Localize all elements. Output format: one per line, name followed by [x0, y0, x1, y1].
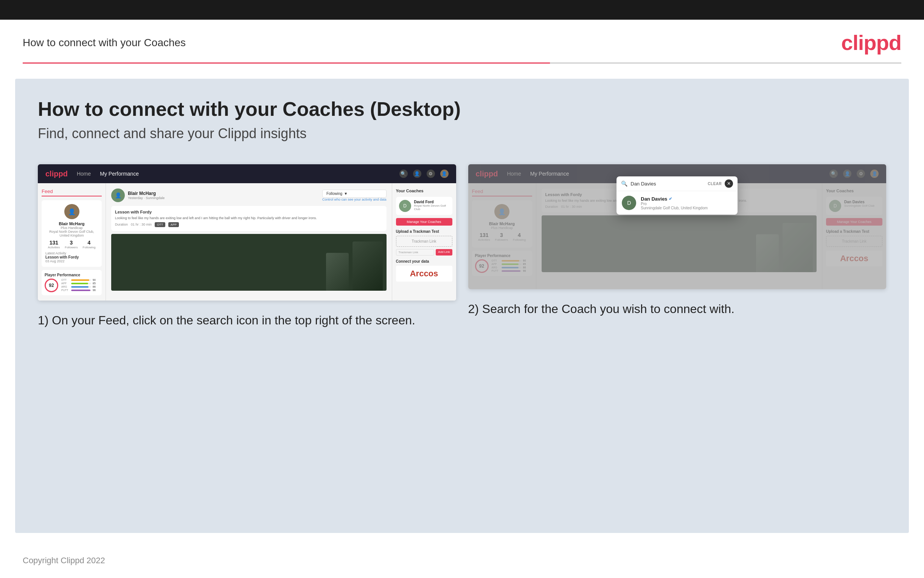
section-subtitle: Find, connect and share your Clippd insi…: [38, 126, 886, 141]
stat-followers: 3 Followers: [65, 240, 78, 249]
bar-ott: OTT 90: [61, 279, 99, 281]
dan-davies-info: Dan Davies ✔ Pro Sunningdale Golf Club, …: [641, 196, 732, 210]
caption-2-text: Search for the Coach you wish to connect…: [482, 302, 735, 316]
clear-button[interactable]: CLEAR: [708, 182, 722, 186]
performance-card-1: Player Performance 92 OTT 90: [42, 270, 102, 295]
caption-1-num: 1): [38, 313, 49, 327]
app-right-1: Your Coaches D David Ford Royal North De…: [392, 183, 456, 300]
screenshots-row: clippd Home My Performance 🔍 👤 ⚙ 👤 Feed: [38, 164, 886, 329]
video-silhouette-left: [326, 253, 349, 291]
bar-putt: PUTT 96: [61, 289, 99, 291]
coach-name-center-1: Blair McHarg: [128, 191, 165, 196]
screenshot-1: clippd Home My Performance 🔍 👤 ⚙ 👤 Feed: [38, 164, 456, 300]
close-search-button[interactable]: ✕: [725, 179, 733, 188]
panel-2: clippd Home My Performance 🔍 👤 ⚙ 👤 Feed: [468, 164, 887, 329]
quality-bars-1: OTT 90 APP 85: [61, 279, 99, 292]
panel-1: clippd Home My Performance 🔍 👤 ⚙ 👤 Feed: [38, 164, 456, 329]
top-bar: [0, 0, 924, 19]
screenshot-2: clippd Home My Performance 🔍 👤 ⚙ 👤 Feed: [468, 164, 887, 289]
dan-davies-club: Sunningdale Golf Club, United Kingdom: [641, 206, 732, 210]
nav-home-1: Home: [77, 171, 91, 177]
control-link-1[interactable]: Control who can see your activity and da…: [322, 198, 387, 201]
profile-club-1: Royal North Devon Golf Club, United King…: [45, 230, 98, 237]
trackman-input[interactable]: Trackman Link: [396, 249, 435, 255]
upload-title-1: Upload a Trackman Test: [396, 229, 452, 234]
lesson-card-1: Lesson with Fordy Looking to feel like m…: [111, 206, 387, 231]
main-content: How to connect with your Coaches (Deskto…: [15, 79, 909, 533]
header-divider: [23, 62, 901, 63]
perf-title-1: Player Performance: [45, 273, 99, 277]
bar-app: APP 85: [61, 282, 99, 285]
search-input-value[interactable]: Dan Davies: [631, 181, 705, 187]
coaches-title-1: Your Coaches: [396, 188, 452, 193]
center-right-controls: Following ▼ Control who can see your act…: [322, 190, 387, 201]
manage-coaches-btn[interactable]: Manage Your Coaches: [396, 218, 452, 226]
coach-avatar-1: 👤: [111, 188, 125, 202]
activity-date-1: 03 Aug 2022: [45, 259, 98, 263]
page-title: How to connect with your Coaches: [23, 37, 186, 49]
caption-2: 2) Search for the Coach you wish to conn…: [468, 300, 887, 318]
feed-label-1: Feed: [42, 188, 102, 196]
footer: Copyright Clippd 2022: [0, 548, 924, 573]
coach-card-david: D David Ford Royal North Devon Golf Club: [396, 197, 452, 215]
stats-row-1: 131 Activities 3 Followers 4 Following: [45, 240, 98, 249]
lesson-text-1: Looking to feel like my hands are exitin…: [115, 216, 383, 221]
search-icon[interactable]: 🔍: [400, 170, 408, 178]
profile-badge-1: Plus Handicap: [45, 226, 98, 230]
app-left-1: Feed 👤 Blair McHarg Plus Handicap Royal …: [38, 183, 106, 300]
profile-avatar-1: 👤: [64, 204, 79, 219]
lesson-title-1: Lesson with Fordy: [115, 210, 383, 214]
add-link-btn[interactable]: Add Link: [436, 249, 452, 255]
nav-performance-1: My Performance: [100, 171, 139, 177]
david-avatar: D: [399, 200, 411, 212]
coach-sub-1: Yesterday · Sunningdale: [128, 196, 165, 200]
david-club: Royal North Devon Golf Club: [414, 204, 449, 211]
trackman-input-row: Trackman Link Add Link: [396, 249, 452, 255]
stat-activities: 131 Activities: [48, 240, 60, 249]
video-silhouette-right: [353, 242, 383, 291]
quality-value-1: 92: [45, 279, 58, 292]
trackman-link-btn[interactable]: Trackman Link: [396, 236, 452, 247]
settings-icon[interactable]: ⚙: [427, 170, 435, 178]
arccos-logo-1: Arccos: [396, 266, 452, 282]
dan-davies-type: Pro: [641, 202, 732, 206]
caption-2-num: 2): [468, 302, 479, 316]
quality-row-1: 92 OTT 90 APP: [45, 279, 99, 292]
caption-1: 1) On your Feed, click on the search ico…: [38, 312, 456, 329]
tag-app: APP: [168, 222, 179, 227]
search-bar: 🔍 Dan Davies CLEAR ✕: [617, 176, 738, 191]
app-center-1: 👤 Blair McHarg Yesterday · Sunningdale F…: [106, 183, 392, 300]
upload-section-1: Upload a Trackman Test Trackman Link Tra…: [396, 229, 452, 255]
david-info: David Ford Royal North Devon Golf Club: [414, 200, 449, 211]
dan-davies-avatar: D: [622, 196, 636, 210]
profile-icon[interactable]: 👤: [413, 170, 421, 178]
dan-davies-name: Dan Davies ✔: [641, 196, 732, 202]
header: How to connect with your Coaches clippd: [0, 19, 924, 62]
video-placeholder-1: [111, 234, 387, 291]
caption-1-text: On your Feed, click on the search icon i…: [52, 313, 415, 327]
lesson-duration-1: Duration 01 hr : 30 min OTT APP: [115, 222, 383, 227]
stat-following: 4 Following: [83, 240, 96, 249]
connect-section-1: Connect your data Arccos: [396, 259, 452, 282]
clippd-logo: clippd: [841, 30, 901, 55]
center-top-1: 👤 Blair McHarg Yesterday · Sunningdale F…: [111, 188, 387, 202]
copyright: Copyright Clippd 2022: [23, 556, 105, 565]
connect-title-1: Connect your data: [396, 259, 452, 263]
user-avatar-icon[interactable]: 👤: [440, 170, 448, 178]
activity-title-1: Lesson with Fordy: [45, 255, 98, 259]
coach-avatar-row-1: 👤 Blair McHarg Yesterday · Sunningdale: [111, 188, 165, 202]
tag-ott: OTT: [155, 222, 165, 227]
verified-icon: ✔: [669, 196, 672, 201]
search-modal: 🔍 Dan Davies CLEAR ✕ D Dan Davies ✔ Pro: [617, 176, 738, 214]
app-navbar-1: clippd Home My Performance 🔍 👤 ⚙ 👤: [38, 164, 456, 183]
bar-arg: ARG 86: [61, 286, 99, 288]
profile-card-1: 👤 Blair McHarg Plus Handicap Royal North…: [42, 200, 102, 267]
david-name: David Ford: [414, 200, 449, 204]
nav-icons-1: 🔍 👤 ⚙ 👤: [400, 170, 448, 178]
profile-name-1: Blair McHarg: [45, 221, 98, 226]
app-body-1: Feed 👤 Blair McHarg Plus Handicap Royal …: [38, 183, 456, 300]
search-result-dan-davies[interactable]: D Dan Davies ✔ Pro Sunningdale Golf Club…: [617, 191, 738, 214]
following-button-1[interactable]: Following ▼: [322, 190, 387, 198]
search-mag-icon: 🔍: [621, 180, 628, 187]
latest-activity-label-1: Latest Activity: [45, 251, 98, 255]
